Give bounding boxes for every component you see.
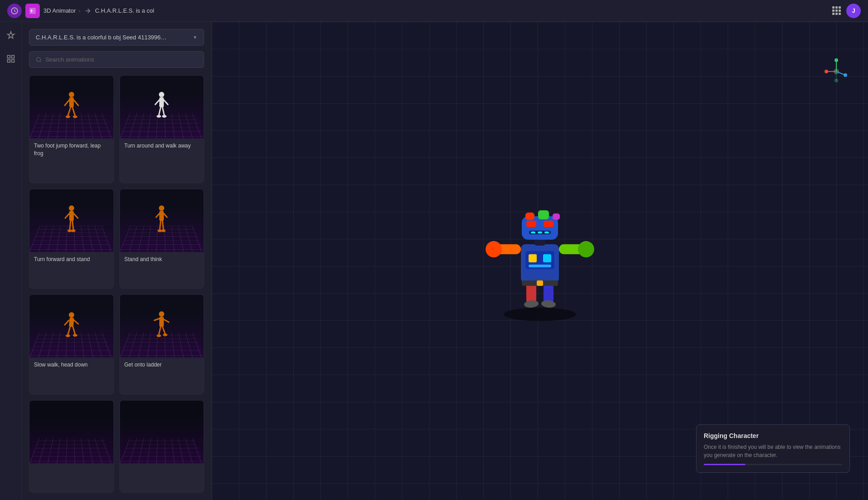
svg-rect-3 <box>7 60 10 62</box>
svg-point-44 <box>66 334 70 337</box>
svg-rect-63 <box>529 264 551 267</box>
rigging-description: Once it is finished you will be able to … <box>704 443 842 459</box>
svg-rect-7 <box>69 97 74 107</box>
anim-card-2[interactable]: Turn around and walk away <box>119 75 205 183</box>
character-svg <box>486 185 594 321</box>
svg-rect-47 <box>159 317 164 327</box>
anim-label-8 <box>120 463 204 471</box>
svg-point-52 <box>157 334 161 337</box>
anim-card-1[interactable]: Two foot jump forward, leap frog <box>29 75 114 183</box>
svg-line-35 <box>162 221 163 230</box>
svg-rect-71 <box>522 216 558 239</box>
svg-line-27 <box>72 221 73 230</box>
svg-point-87 <box>844 73 847 77</box>
anim-card-8[interactable] <box>119 400 205 493</box>
anim-card-7[interactable] <box>29 400 114 493</box>
rigging-title: Rigging Character <box>704 432 842 439</box>
svg-rect-80 <box>544 231 549 233</box>
search-input[interactable] <box>45 56 197 63</box>
svg-point-85 <box>825 70 828 73</box>
anim-thumbnail-1 <box>29 76 114 138</box>
anim-label-7 <box>29 463 114 471</box>
rigging-progress-fill <box>704 464 745 465</box>
anim-label-2: Turn around and walk away <box>120 138 204 153</box>
topnav-left: 3D Animator › C.H.A.R.L.E.S. is a col <box>7 4 832 18</box>
svg-point-20 <box>157 115 161 118</box>
svg-point-45 <box>73 334 77 337</box>
svg-rect-15 <box>159 97 164 107</box>
magic-tool-icon[interactable] <box>3 27 19 43</box>
anim-card-6[interactable]: Get onto ladder <box>119 294 205 395</box>
svg-line-42 <box>68 327 70 335</box>
brand-icon-button[interactable] <box>25 4 40 18</box>
breadcrumb-separator: › <box>79 7 81 14</box>
user-avatar[interactable]: J <box>846 4 861 18</box>
svg-point-46 <box>159 311 164 317</box>
figure-2 <box>153 91 171 123</box>
figure-5 <box>62 310 81 342</box>
svg-line-34 <box>160 221 161 230</box>
svg-line-41 <box>74 320 78 324</box>
svg-point-5 <box>37 57 41 62</box>
svg-line-19 <box>162 107 164 115</box>
topnav: 3D Animator › C.H.A.R.L.E.S. is a col J <box>0 0 868 22</box>
breadcrumb-project[interactable]: C.H.A.R.L.E.S. is a col <box>95 7 154 14</box>
anim-card-5[interactable]: Slow walk, head down <box>29 294 114 395</box>
grid-view-icon[interactable] <box>3 51 19 67</box>
svg-point-89 <box>835 79 838 82</box>
breadcrumb: 3D Animator › C.H.A.R.L.E.S. is a col <box>43 6 154 15</box>
rigging-panel: Rigging Character Once it is finished yo… <box>696 424 850 473</box>
anim-label-5: Slow walk, head down <box>29 357 114 372</box>
left-panel: C.H.A.R.L.E.S. is a colorful b obj Seed … <box>22 22 212 500</box>
svg-point-30 <box>159 205 164 211</box>
svg-rect-78 <box>531 231 535 233</box>
svg-rect-72 <box>525 212 534 219</box>
svg-point-83 <box>835 58 838 62</box>
animation-grid: Two foot jump forward, leap frog <box>29 75 204 493</box>
animation-breadcrumb-icon <box>83 6 92 15</box>
svg-rect-31 <box>159 211 164 221</box>
svg-rect-73 <box>538 210 549 219</box>
svg-line-48 <box>154 319 159 320</box>
svg-point-54 <box>504 307 576 321</box>
dropdown-label: C.H.A.R.L.E.S. is a colorful b obj Seed … <box>36 34 167 41</box>
svg-line-49 <box>164 319 169 322</box>
search-box[interactable] <box>29 51 204 68</box>
svg-point-38 <box>69 312 74 318</box>
apps-grid-icon[interactable] <box>832 6 841 15</box>
anim-label-3: Turn forward and stand <box>29 252 114 267</box>
svg-line-11 <box>72 107 75 116</box>
anim-thumbnail-7 <box>29 400 114 463</box>
svg-rect-65 <box>537 280 543 286</box>
anim-thumbnail-4 <box>120 189 204 252</box>
svg-point-29 <box>71 229 76 232</box>
anim-card-4[interactable]: Stand and think <box>119 189 205 289</box>
svg-line-8 <box>65 100 69 105</box>
svg-rect-39 <box>69 317 74 327</box>
svg-line-33 <box>164 214 167 217</box>
svg-line-51 <box>162 327 165 334</box>
topnav-right: J <box>832 4 861 18</box>
svg-rect-74 <box>553 213 560 219</box>
anim-thumbnail-5 <box>29 295 114 357</box>
figure-6 <box>153 310 171 342</box>
svg-rect-23 <box>69 211 74 221</box>
breadcrumb-animator[interactable]: 3D Animator <box>43 7 76 14</box>
anim-label-6: Get onto ladder <box>120 357 204 372</box>
svg-line-16 <box>155 100 159 105</box>
svg-line-32 <box>156 214 159 217</box>
svg-rect-4 <box>11 60 14 62</box>
figure-4 <box>153 205 171 236</box>
project-dropdown[interactable]: C.H.A.R.L.E.S. is a colorful b obj Seed … <box>29 29 204 46</box>
svg-point-53 <box>163 333 167 336</box>
anim-thumbnail-3 <box>29 189 114 252</box>
home-icon-button[interactable] <box>7 4 22 18</box>
figure-1 <box>62 91 81 123</box>
viewport[interactable]: Rigging Character Once it is finished yo… <box>212 22 868 500</box>
svg-line-25 <box>74 214 78 218</box>
anim-card-3[interactable]: Turn forward and stand <box>29 189 114 289</box>
svg-point-58 <box>541 300 556 308</box>
gizmo[interactable] <box>823 58 850 85</box>
search-icon <box>36 57 42 63</box>
dropdown-arrow-icon: ▼ <box>193 35 197 40</box>
